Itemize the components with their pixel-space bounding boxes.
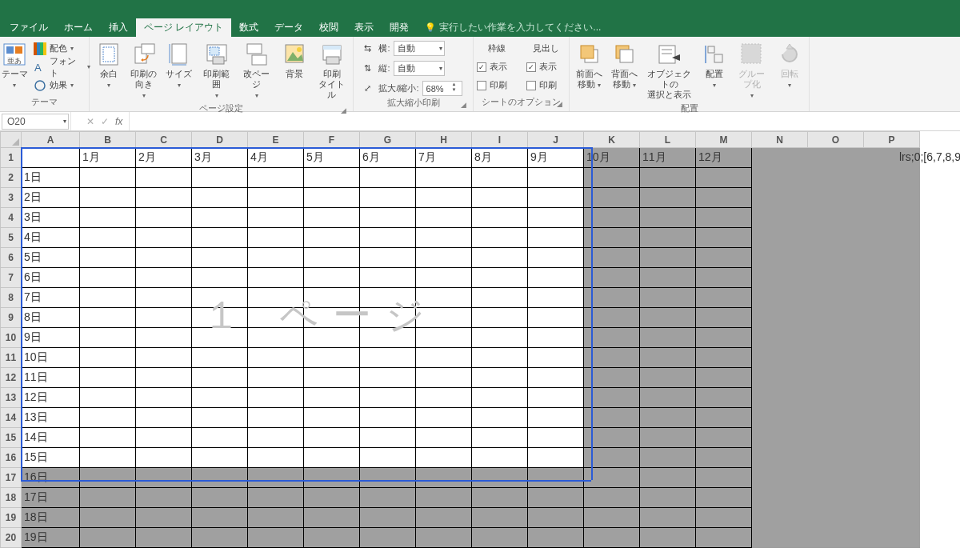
cell[interactable]: 1月 [80,148,136,168]
cell[interactable] [136,448,192,468]
cell[interactable] [136,168,192,188]
cell[interactable] [640,508,696,528]
cell[interactable]: 11月 [640,148,696,168]
cell[interactable]: 14日 [22,428,80,448]
send-backward-button[interactable]: 背面へ 移動 ▾ [609,40,641,92]
cell[interactable] [304,368,360,388]
cell[interactable] [416,228,472,248]
pagesetup-launcher-icon[interactable]: ◢ [341,106,346,114]
cell[interactable] [416,508,472,528]
cell[interactable] [360,288,416,308]
cell[interactable] [472,168,528,188]
cell[interactable] [80,308,136,328]
row-header[interactable]: 14 [1,408,22,428]
cell[interactable] [808,468,864,488]
cell[interactable] [696,208,752,228]
cell[interactable] [360,388,416,408]
cell[interactable] [864,348,920,368]
cell[interactable] [360,228,416,248]
row-header[interactable]: 6 [1,248,22,268]
cell[interactable] [192,308,248,328]
cell[interactable] [304,248,360,268]
cell[interactable] [192,288,248,308]
cell[interactable]: 3日 [22,208,80,228]
cell[interactable] [416,208,472,228]
cell[interactable] [696,428,752,448]
cell[interactable] [304,308,360,328]
cell[interactable] [416,268,472,288]
theme-fonts-button[interactable]: A フォント▾ [34,58,90,75]
cell[interactable] [808,248,864,268]
cell[interactable] [696,528,752,548]
cell[interactable] [192,468,248,488]
cell[interactable] [584,248,640,268]
cell[interactable] [752,288,808,308]
tab-page-layout[interactable]: ページ レイアウト [136,18,231,37]
cell[interactable]: 15日 [22,448,80,468]
cell[interactable] [640,408,696,428]
cell[interactable] [360,408,416,428]
cell[interactable] [248,248,304,268]
cell[interactable] [416,308,472,328]
cell[interactable] [864,208,920,228]
cell[interactable] [192,528,248,548]
cell[interactable] [584,228,640,248]
cell[interactable]: 2日 [22,188,80,208]
scale-pct-spinner[interactable]: 68%▲▼ [422,81,462,96]
cell[interactable] [304,268,360,288]
cell[interactable]: 3月 [192,148,248,168]
cell[interactable] [80,188,136,208]
cell[interactable] [192,168,248,188]
cell[interactable] [584,328,640,348]
name-box[interactable]: O20▾ [2,114,69,130]
cell[interactable] [808,508,864,528]
print-titles-button[interactable]: 印刷 タイトル [314,40,350,102]
cell[interactable] [304,188,360,208]
cell[interactable] [696,268,752,288]
cell[interactable] [304,228,360,248]
tell-me-search[interactable]: 💡 実行したい作業を入力してください... [417,18,609,37]
cell[interactable] [80,228,136,248]
orientation-button[interactable]: 印刷の 向き▾ [128,40,160,102]
tab-developer[interactable]: 開発 [382,18,417,37]
cell[interactable] [304,348,360,368]
cell[interactable] [472,248,528,268]
cell[interactable]: 8日 [22,308,80,328]
cell[interactable]: 5日 [22,248,80,268]
column-header[interactable]: F [304,132,360,148]
cell[interactable] [416,348,472,368]
cell[interactable] [136,408,192,428]
column-header[interactable]: N [752,132,808,148]
headings-print-checkbox[interactable]: 印刷 [526,77,566,94]
print-area-button[interactable]: 印刷範囲▾ [198,40,235,102]
column-header[interactable]: E [248,132,304,148]
cell[interactable] [584,488,640,508]
row-header[interactable]: 4 [1,208,22,228]
cell[interactable] [136,388,192,408]
cell[interactable] [248,208,304,228]
cell[interactable] [192,248,248,268]
cell[interactable]: 10日 [22,348,80,368]
cell[interactable] [528,408,584,428]
column-header[interactable]: I [472,132,528,148]
cell[interactable] [136,188,192,208]
cell[interactable] [304,528,360,548]
cell[interactable] [472,488,528,508]
tab-formulas[interactable]: 数式 [231,18,266,37]
column-header[interactable]: B [80,132,136,148]
cell[interactable] [696,408,752,428]
cell[interactable] [528,168,584,188]
column-header[interactable]: A [22,132,80,148]
row-header[interactable]: 2 [1,168,22,188]
cell[interactable] [192,348,248,368]
cell[interactable] [248,528,304,548]
cell[interactable] [584,468,640,488]
cell[interactable] [640,308,696,328]
cell[interactable] [248,388,304,408]
cell[interactable] [360,168,416,188]
cell[interactable] [192,328,248,348]
cell[interactable] [696,348,752,368]
tab-insert[interactable]: 挿入 [101,18,136,37]
cell[interactable]: 5月 [304,148,360,168]
cell[interactable] [808,528,864,548]
